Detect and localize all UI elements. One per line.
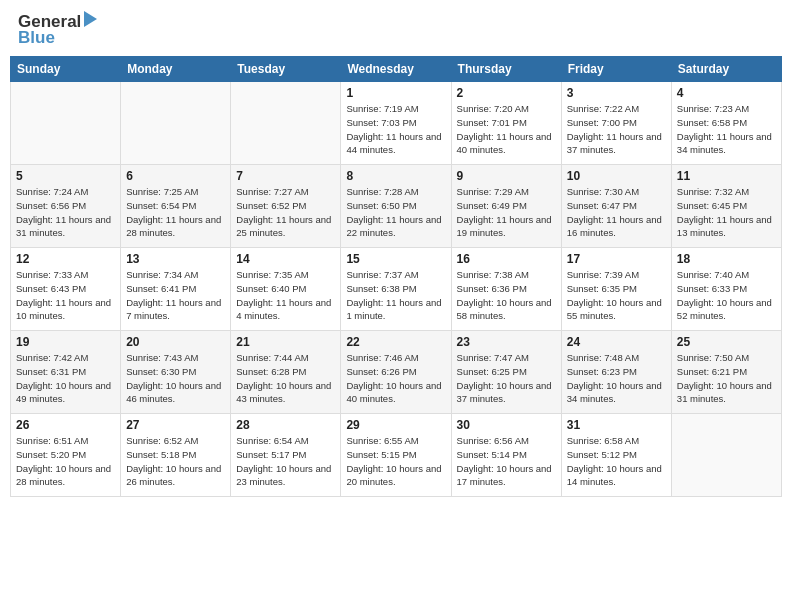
calendar-day-25: 25Sunrise: 7:50 AM Sunset: 6:21 PM Dayli… (671, 331, 781, 414)
calendar-day-11: 11Sunrise: 7:32 AM Sunset: 6:45 PM Dayli… (671, 165, 781, 248)
day-info: Sunrise: 7:37 AM Sunset: 6:38 PM Dayligh… (346, 268, 445, 323)
calendar-day-19: 19Sunrise: 7:42 AM Sunset: 6:31 PM Dayli… (11, 331, 121, 414)
calendar-day-23: 23Sunrise: 7:47 AM Sunset: 6:25 PM Dayli… (451, 331, 561, 414)
calendar-day-16: 16Sunrise: 7:38 AM Sunset: 6:36 PM Dayli… (451, 248, 561, 331)
calendar-day-empty (121, 82, 231, 165)
calendar-day-empty (671, 414, 781, 497)
calendar-day-3: 3Sunrise: 7:22 AM Sunset: 7:00 PM Daylig… (561, 82, 671, 165)
day-number: 24 (567, 335, 666, 349)
day-number: 7 (236, 169, 335, 183)
day-number: 30 (457, 418, 556, 432)
weekday-header-tuesday: Tuesday (231, 57, 341, 82)
day-number: 12 (16, 252, 115, 266)
day-info: Sunrise: 7:38 AM Sunset: 6:36 PM Dayligh… (457, 268, 556, 323)
calendar-day-18: 18Sunrise: 7:40 AM Sunset: 6:33 PM Dayli… (671, 248, 781, 331)
calendar-day-31: 31Sunrise: 6:58 AM Sunset: 5:12 PM Dayli… (561, 414, 671, 497)
day-info: Sunrise: 6:52 AM Sunset: 5:18 PM Dayligh… (126, 434, 225, 489)
day-info: Sunrise: 7:27 AM Sunset: 6:52 PM Dayligh… (236, 185, 335, 240)
day-info: Sunrise: 7:22 AM Sunset: 7:00 PM Dayligh… (567, 102, 666, 157)
logo-blue: Blue (18, 28, 55, 48)
calendar-day-1: 1Sunrise: 7:19 AM Sunset: 7:03 PM Daylig… (341, 82, 451, 165)
weekday-header-sunday: Sunday (11, 57, 121, 82)
calendar-day-12: 12Sunrise: 7:33 AM Sunset: 6:43 PM Dayli… (11, 248, 121, 331)
day-number: 22 (346, 335, 445, 349)
day-number: 27 (126, 418, 225, 432)
logo: General Blue (18, 12, 97, 48)
day-number: 26 (16, 418, 115, 432)
calendar-week-4: 19Sunrise: 7:42 AM Sunset: 6:31 PM Dayli… (11, 331, 782, 414)
day-number: 31 (567, 418, 666, 432)
calendar-table: SundayMondayTuesdayWednesdayThursdayFrid… (10, 56, 782, 497)
calendar-week-3: 12Sunrise: 7:33 AM Sunset: 6:43 PM Dayli… (11, 248, 782, 331)
day-number: 23 (457, 335, 556, 349)
weekday-header-saturday: Saturday (671, 57, 781, 82)
day-info: Sunrise: 7:44 AM Sunset: 6:28 PM Dayligh… (236, 351, 335, 406)
calendar-day-6: 6Sunrise: 7:25 AM Sunset: 6:54 PM Daylig… (121, 165, 231, 248)
day-info: Sunrise: 7:33 AM Sunset: 6:43 PM Dayligh… (16, 268, 115, 323)
day-info: Sunrise: 6:58 AM Sunset: 5:12 PM Dayligh… (567, 434, 666, 489)
calendar-day-8: 8Sunrise: 7:28 AM Sunset: 6:50 PM Daylig… (341, 165, 451, 248)
day-info: Sunrise: 6:51 AM Sunset: 5:20 PM Dayligh… (16, 434, 115, 489)
calendar-day-15: 15Sunrise: 7:37 AM Sunset: 6:38 PM Dayli… (341, 248, 451, 331)
day-number: 28 (236, 418, 335, 432)
day-info: Sunrise: 7:47 AM Sunset: 6:25 PM Dayligh… (457, 351, 556, 406)
calendar-week-2: 5Sunrise: 7:24 AM Sunset: 6:56 PM Daylig… (11, 165, 782, 248)
weekday-header-wednesday: Wednesday (341, 57, 451, 82)
calendar-day-13: 13Sunrise: 7:34 AM Sunset: 6:41 PM Dayli… (121, 248, 231, 331)
day-number: 21 (236, 335, 335, 349)
day-info: Sunrise: 7:40 AM Sunset: 6:33 PM Dayligh… (677, 268, 776, 323)
day-info: Sunrise: 7:35 AM Sunset: 6:40 PM Dayligh… (236, 268, 335, 323)
day-info: Sunrise: 7:30 AM Sunset: 6:47 PM Dayligh… (567, 185, 666, 240)
day-info: Sunrise: 7:25 AM Sunset: 6:54 PM Dayligh… (126, 185, 225, 240)
calendar-day-24: 24Sunrise: 7:48 AM Sunset: 6:23 PM Dayli… (561, 331, 671, 414)
day-info: Sunrise: 7:19 AM Sunset: 7:03 PM Dayligh… (346, 102, 445, 157)
weekday-header-friday: Friday (561, 57, 671, 82)
day-number: 20 (126, 335, 225, 349)
day-number: 29 (346, 418, 445, 432)
day-number: 1 (346, 86, 445, 100)
day-info: Sunrise: 7:23 AM Sunset: 6:58 PM Dayligh… (677, 102, 776, 157)
day-info: Sunrise: 7:34 AM Sunset: 6:41 PM Dayligh… (126, 268, 225, 323)
calendar-day-2: 2Sunrise: 7:20 AM Sunset: 7:01 PM Daylig… (451, 82, 561, 165)
day-info: Sunrise: 7:20 AM Sunset: 7:01 PM Dayligh… (457, 102, 556, 157)
day-info: Sunrise: 6:56 AM Sunset: 5:14 PM Dayligh… (457, 434, 556, 489)
day-info: Sunrise: 7:43 AM Sunset: 6:30 PM Dayligh… (126, 351, 225, 406)
day-info: Sunrise: 7:42 AM Sunset: 6:31 PM Dayligh… (16, 351, 115, 406)
day-number: 11 (677, 169, 776, 183)
header: General Blue (0, 0, 792, 56)
day-info: Sunrise: 7:28 AM Sunset: 6:50 PM Dayligh… (346, 185, 445, 240)
day-info: Sunrise: 7:39 AM Sunset: 6:35 PM Dayligh… (567, 268, 666, 323)
calendar-container: SundayMondayTuesdayWednesdayThursdayFrid… (0, 56, 792, 502)
day-number: 2 (457, 86, 556, 100)
calendar-day-29: 29Sunrise: 6:55 AM Sunset: 5:15 PM Dayli… (341, 414, 451, 497)
calendar-day-4: 4Sunrise: 7:23 AM Sunset: 6:58 PM Daylig… (671, 82, 781, 165)
calendar-header-row: SundayMondayTuesdayWednesdayThursdayFrid… (11, 57, 782, 82)
calendar-day-27: 27Sunrise: 6:52 AM Sunset: 5:18 PM Dayli… (121, 414, 231, 497)
calendar-day-22: 22Sunrise: 7:46 AM Sunset: 6:26 PM Dayli… (341, 331, 451, 414)
day-info: Sunrise: 7:29 AM Sunset: 6:49 PM Dayligh… (457, 185, 556, 240)
day-number: 3 (567, 86, 666, 100)
day-info: Sunrise: 6:55 AM Sunset: 5:15 PM Dayligh… (346, 434, 445, 489)
weekday-header-monday: Monday (121, 57, 231, 82)
day-number: 18 (677, 252, 776, 266)
day-number: 10 (567, 169, 666, 183)
calendar-day-9: 9Sunrise: 7:29 AM Sunset: 6:49 PM Daylig… (451, 165, 561, 248)
day-number: 13 (126, 252, 225, 266)
day-number: 5 (16, 169, 115, 183)
calendar-week-1: 1Sunrise: 7:19 AM Sunset: 7:03 PM Daylig… (11, 82, 782, 165)
calendar-day-5: 5Sunrise: 7:24 AM Sunset: 6:56 PM Daylig… (11, 165, 121, 248)
calendar-day-26: 26Sunrise: 6:51 AM Sunset: 5:20 PM Dayli… (11, 414, 121, 497)
calendar-day-28: 28Sunrise: 6:54 AM Sunset: 5:17 PM Dayli… (231, 414, 341, 497)
calendar-day-17: 17Sunrise: 7:39 AM Sunset: 6:35 PM Dayli… (561, 248, 671, 331)
day-info: Sunrise: 7:32 AM Sunset: 6:45 PM Dayligh… (677, 185, 776, 240)
calendar-body: 1Sunrise: 7:19 AM Sunset: 7:03 PM Daylig… (11, 82, 782, 497)
day-number: 19 (16, 335, 115, 349)
day-number: 25 (677, 335, 776, 349)
day-number: 4 (677, 86, 776, 100)
calendar-day-10: 10Sunrise: 7:30 AM Sunset: 6:47 PM Dayli… (561, 165, 671, 248)
calendar-day-20: 20Sunrise: 7:43 AM Sunset: 6:30 PM Dayli… (121, 331, 231, 414)
day-number: 6 (126, 169, 225, 183)
day-number: 8 (346, 169, 445, 183)
calendar-day-empty (11, 82, 121, 165)
calendar-week-5: 26Sunrise: 6:51 AM Sunset: 5:20 PM Dayli… (11, 414, 782, 497)
